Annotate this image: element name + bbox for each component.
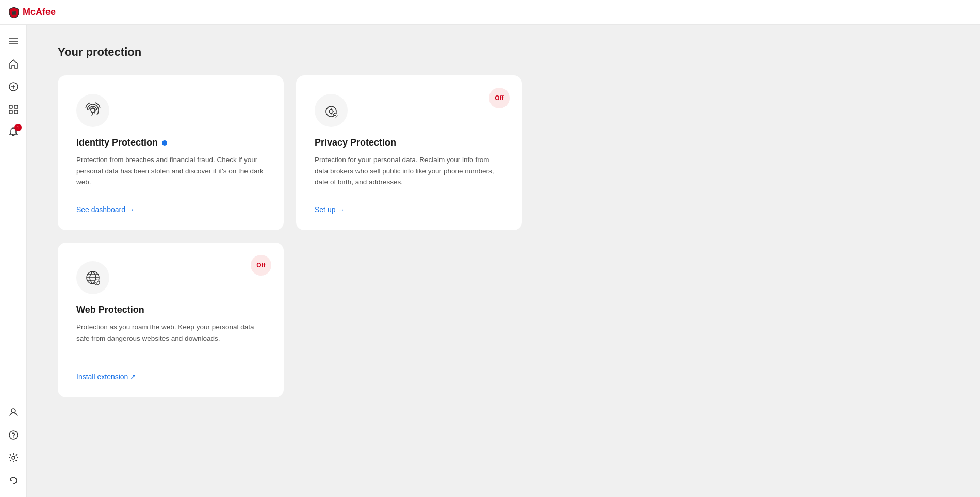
sidebar-bottom	[3, 402, 24, 491]
account-icon[interactable]	[3, 402, 24, 423]
privacy-protection-card: Off Privacy Protection Pr	[296, 75, 522, 230]
identity-protection-card: Identity Protection Protection from brea…	[58, 75, 284, 230]
web-off-badge: Off	[251, 255, 271, 276]
svg-text:M: M	[12, 10, 16, 15]
identity-protection-icon-wrapper	[76, 94, 109, 127]
web-protection-card: Off Web Protection Protec	[58, 243, 284, 397]
web-protection-title: Web Protection	[76, 304, 144, 315]
privacy-off-badge: Off	[489, 88, 510, 108]
menu-icon[interactable]	[3, 31, 24, 52]
svg-point-11	[11, 409, 15, 413]
fingerprint-icon	[84, 101, 102, 120]
cards-grid-bottom: Off Web Protection Protec	[58, 243, 522, 397]
web-protection-description: Protection as you roam the web. Keep you…	[76, 322, 265, 356]
web-protection-icon-wrapper	[76, 261, 109, 294]
privacy-protection-title-row: Privacy Protection	[315, 137, 503, 148]
svg-rect-7	[9, 105, 12, 108]
svg-point-15	[91, 108, 95, 113]
cards-grid-top: Identity Protection Protection from brea…	[58, 75, 522, 230]
identity-protection-title-row: Identity Protection	[76, 137, 265, 148]
lock-icon	[322, 101, 340, 120]
help-icon[interactable]	[3, 425, 24, 445]
svg-point-23	[94, 280, 100, 285]
privacy-protection-title: Privacy Protection	[315, 137, 396, 148]
top-bar: M McAfee	[0, 0, 980, 25]
home-icon[interactable]	[3, 54, 24, 74]
svg-point-13	[13, 437, 14, 438]
web-protection-icon	[84, 268, 102, 287]
svg-point-17	[330, 110, 333, 114]
page-title: Your protection	[58, 45, 949, 59]
bell-icon[interactable]: 1	[3, 122, 24, 142]
bell-badge: 1	[14, 124, 22, 131]
svg-rect-9	[9, 110, 12, 114]
main-content: Your protection Identity Protection	[27, 25, 980, 497]
privacy-protection-icon-wrapper	[315, 94, 348, 127]
update-icon[interactable]	[3, 470, 24, 491]
sidebar-top: 1	[3, 31, 24, 402]
apps-icon[interactable]	[3, 99, 24, 120]
privacy-protection-link[interactable]: Set up →	[315, 205, 503, 214]
svg-point-14	[12, 456, 15, 459]
svg-rect-10	[14, 110, 18, 114]
identity-protection-title: Identity Protection	[76, 137, 158, 148]
sidebar: 1	[0, 25, 27, 497]
mcafee-shield-icon: M	[8, 7, 20, 18]
web-protection-link[interactable]: Install extension ↗	[76, 373, 265, 381]
web-protection-title-row: Web Protection	[76, 304, 265, 315]
privacy-protection-description: Protection for your personal data. Recla…	[315, 154, 503, 189]
svg-rect-8	[14, 105, 18, 108]
mcafee-logo: M McAfee	[8, 7, 56, 18]
settings-icon[interactable]	[3, 447, 24, 468]
add-circle-icon[interactable]	[3, 76, 24, 97]
identity-protection-link[interactable]: See dashboard →	[76, 205, 265, 214]
identity-status-dot	[162, 140, 167, 146]
identity-protection-description: Protection from breaches and financial f…	[76, 154, 265, 189]
